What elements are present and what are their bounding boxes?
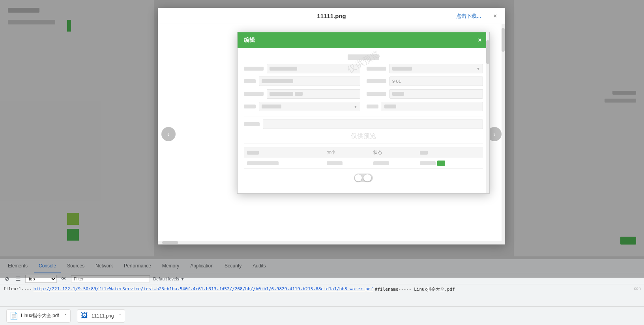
file-action-cell[interactable] (417, 158, 483, 169)
form-bottom-row (244, 120, 483, 129)
form-label-2r (367, 79, 386, 83)
preview-prev-button[interactable]: ‹ (161, 127, 176, 141)
form-label-3 (244, 92, 264, 96)
downloads-bar: 📄 Linux指令大全.pdf ⌃ 🖼 11111.png ⌃ (0, 306, 644, 325)
file-table: 大小 状态 (244, 147, 483, 169)
form-label-4r (367, 105, 378, 108)
preview-vscrollbar[interactable] (502, 24, 505, 244)
form-value-4: ▼ (259, 102, 360, 111)
form-row-3 (244, 89, 360, 99)
form-row-4: ▼ (244, 102, 360, 111)
edit-modal: 编辑 × 仅供预览 (237, 32, 490, 194)
form-row-1r: ▼ (367, 64, 483, 73)
col-header-name (244, 147, 324, 158)
form-label-2 (244, 79, 256, 83)
scrollbar-thumb (486, 40, 489, 64)
toggle-switch[interactable] (354, 174, 373, 182)
preview-modal: 11111.png 点击下载... × ‹ 编辑 × 仅供预览 (158, 8, 505, 245)
form-row-2 (244, 77, 360, 86)
console-url-link[interactable]: http://221.122.1/9.50:89/fileWaterServic… (34, 286, 373, 291)
preview-download-link[interactable]: 点击下载... (456, 13, 481, 20)
preview-modal-title: 11111.png (317, 13, 346, 19)
console-log-suffix: #filename----- Linux指令大全.pdf (375, 286, 455, 292)
pdf-icon: 📄 (10, 311, 18, 321)
form-top-placeholder (348, 54, 379, 60)
form-label-1 (244, 67, 264, 71)
form-value-3r (389, 89, 483, 99)
pdf-filename: Linux指令大全.pdf (21, 312, 59, 319)
col-header-action (417, 147, 483, 158)
file-status-cell (370, 158, 417, 169)
table-separator (244, 144, 483, 144)
file-name-cell (244, 158, 324, 169)
edit-modal-header: 编辑 × (238, 32, 489, 48)
pdf-chevron-icon[interactable]: ⌃ (64, 314, 67, 318)
form-value-3 (267, 89, 360, 99)
preview-close-button[interactable]: × (490, 11, 500, 21)
edit-modal-body: 仅供预览 (238, 48, 489, 193)
form-label-3r (367, 92, 386, 96)
form-row-3r (367, 89, 483, 99)
edit-modal-close-button[interactable]: × (475, 35, 485, 45)
form-row-1 (244, 64, 360, 73)
edit-modal-scrollbar[interactable] (486, 32, 489, 193)
form-label-4 (244, 105, 256, 108)
watermark-2: 仅供预览 (351, 132, 376, 140)
form-grid: ▼ 9-01 (244, 64, 483, 111)
form-row-2r: 9-01 (367, 77, 483, 86)
preview-hscrollbar[interactable] (158, 241, 502, 244)
file-size-cell (324, 158, 370, 169)
col-header-size: 大小 (324, 147, 370, 158)
form-value-1r: ▼ (389, 64, 483, 73)
form-label-1r (367, 67, 386, 71)
col-header-status: 状态 (370, 147, 417, 158)
toggle-area (244, 169, 483, 187)
form-value-2 (259, 77, 360, 86)
preview-vscroll-thumb (502, 28, 505, 52)
form-row-4r (367, 102, 483, 111)
console-right-text: con (634, 286, 641, 291)
form-separator (244, 116, 483, 116)
download-item-png[interactable]: 🖼 11111.png ⌃ (77, 309, 125, 323)
file-table-row (244, 158, 483, 169)
form-value-1 (267, 64, 360, 73)
form-top-block (244, 54, 483, 60)
console-content: fileurl---- http://221.122.1/9.50:89/fil… (0, 284, 644, 306)
form-value-4r (382, 102, 483, 111)
console-log-prefix: fileurl---- (3, 286, 32, 291)
png-icon: 🖼 (80, 311, 88, 321)
preview-modal-header: 11111.png 点击下载... × (158, 8, 505, 24)
file-action-button[interactable] (437, 161, 445, 166)
edit-modal-title: 编辑 (244, 37, 255, 44)
preview-modal-body: ‹ 编辑 × 仅供预览 (158, 24, 505, 244)
png-chevron-icon[interactable]: ⌃ (118, 314, 122, 318)
console-log-line: fileurl---- http://221.122.1/9.50:89/fil… (3, 286, 641, 293)
png-filename: 11111.png (92, 313, 114, 319)
form-value-9-01: 9-01 (389, 77, 483, 86)
watermark-2-area: 仅供预览 (244, 132, 483, 140)
preview-hscroll-thumb (162, 241, 178, 244)
download-item-pdf[interactable]: 📄 Linux指令大全.pdf ⌃ (6, 309, 71, 323)
